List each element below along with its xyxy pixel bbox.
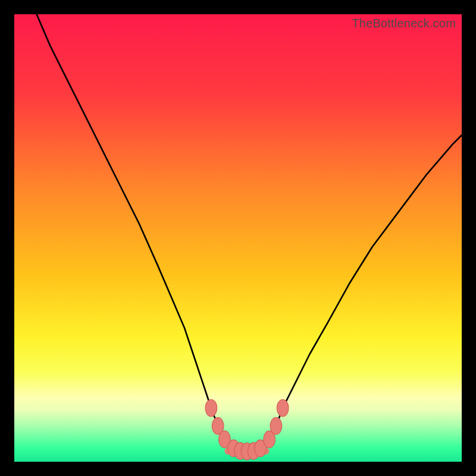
plot-area: TheBottleneck.com [14,14,462,462]
curve-marker [277,399,289,416]
curve-marker [270,418,282,435]
curve-markers [205,399,289,460]
chart-frame: TheBottleneck.com [0,0,476,476]
watermark-text: TheBottleneck.com [352,17,456,30]
curve-marker [205,399,217,416]
curve-layer [14,14,462,462]
bottleneck-curve [37,14,462,452]
